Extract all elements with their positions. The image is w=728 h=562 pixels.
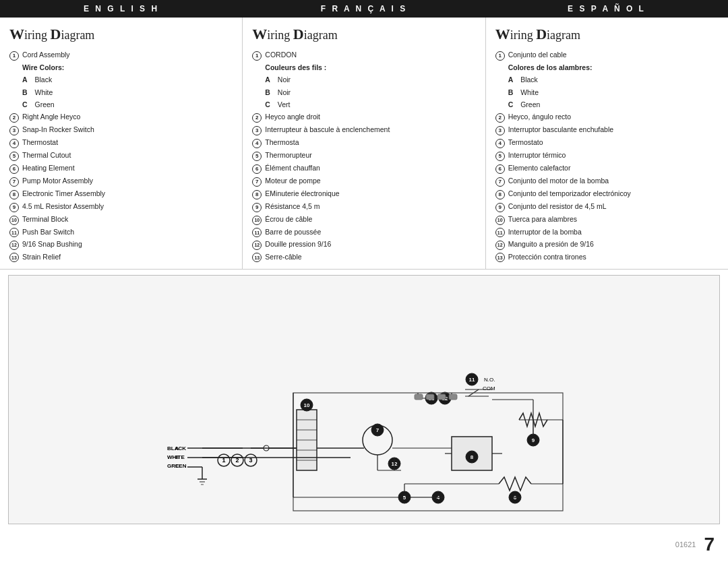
list-item-wire-colors: Wire Colors: [9,62,233,73]
item-num-9: 9 [9,203,19,212]
item-num-s6: 6 [495,164,505,174]
french-list: 1 CORDON Couleurs des fils : A Noir B No… [252,49,475,262]
item-num-f6: 6 [252,164,262,174]
item-num-6: 6 [9,164,19,174]
lang-french: F R A N Ç A I S [243,4,485,13]
page-number: 7 [704,534,715,555]
list-item: 2 Heyco, ángulo recto [495,111,719,123]
list-item-wire-A: A Black [9,74,233,85]
list-item: 4 Thermosta [252,137,475,148]
com-label: COM [483,385,495,392]
list-item: 2 Right Angle Heyco [9,111,233,123]
item-num-f2: 2 [252,113,262,123]
item-num-4: 4 [9,139,19,148]
list-item: 7 Pump Motor Assembly [9,175,233,187]
list-item: 9 Conjunto del resistor de 4,5 mL [495,201,719,212]
item-num-s9: 9 [495,203,505,212]
list-item-wire-C: C Green [9,99,233,110]
item-num-f7: 7 [252,177,262,187]
wire-A-label: BLACK [167,445,186,451]
list-item: 10 Écrou de câble [252,214,475,225]
list-item: 13 Protección contra tirones [495,251,719,263]
list-item-wire-A: A Noir [252,74,475,85]
list-item: 1 Conjunto del cable [495,49,719,61]
list-item: 6 Elemento calefactor [495,162,719,174]
list-item: 1 Cord Assembly [9,49,233,61]
list-item-wire-A: A Black [495,74,719,85]
item-num-f13: 13 [252,253,262,262]
item-num-5: 5 [9,152,19,161]
svg-rect-46 [415,394,423,400]
list-item: 10 Tuerca para alambres [495,214,719,225]
item-num-8: 8 [9,190,19,199]
item-num-s1: 1 [495,51,505,61]
num-8: 8 [471,454,474,460]
item-num-f4: 4 [252,139,262,148]
num-5: 5 [403,495,406,501]
item-num-12: 12 [9,241,19,250]
num-7: 7 [376,427,380,433]
list-item-wire-B: B White [9,87,233,98]
english-column: Wiring Diagram 1 Cord Assembly Wire Colo… [0,18,243,269]
list-item: 13 Serre-câble [252,251,475,263]
list-item: 9 4.5 mL Resistor Assembly [9,201,233,212]
french-column: Wiring Diagram 1 CORDON Couleurs des fil… [243,18,485,269]
item-num-3: 3 [9,126,19,135]
list-item-wire-C: C Green [495,99,719,110]
item-num-s7: 7 [495,177,505,187]
list-item: 9 Résistance 4,5 m [252,201,475,212]
list-item: 10 Terminal Block [9,214,233,225]
wiring-diagram-svg: A BLACK B WHITE C GREEN 1 2 3 [135,285,593,514]
item-num-13: 13 [9,253,19,262]
item-num-7: 7 [9,177,19,187]
heating-element-symbol [499,477,531,491]
item-num-s5: 5 [495,152,505,161]
spanish-column: Wiring Diagram 1 Conjunto del cable Colo… [486,18,728,269]
num-11: 11 [469,377,475,383]
lang-english: E N G L I S H [0,4,243,13]
spanish-list: 1 Conjunto del cable Colores de los alam… [495,49,719,262]
list-item: 12 Douille pression 9/16 [252,239,475,250]
item-num-s12: 12 [495,241,505,250]
list-item: 7 Moteur de pompe [252,175,475,187]
spanish-title: Wiring Diagram [495,23,719,46]
item-num-2: 2 [9,113,19,123]
list-item: 13 Strain Relief [9,251,233,263]
item-num-11: 11 [9,228,19,237]
list-item: 6 Heating Element [9,162,233,174]
text-columns: Wiring Diagram 1 Cord Assembly Wire Colo… [0,18,728,270]
item-num-f3: 3 [252,126,262,135]
item-num-f5: 5 [252,152,262,161]
num-10: 10 [304,402,310,408]
lang-spanish: E S P A Ñ O L [485,4,728,13]
list-item: 2 Heyco angle droit [252,111,475,123]
item-num-s2: 2 [495,113,505,123]
item-num-10: 10 [9,216,19,225]
list-item: 7 Conjunto del motor de la bomba [495,175,719,187]
item-num-f1: 1 [252,51,262,61]
item-num-s11: 11 [495,228,505,237]
item-num-s4: 4 [495,139,505,148]
list-item: 11 Interruptor de la bomba [495,226,719,238]
list-item: 4 Thermostat [9,137,233,148]
language-bar: E N G L I S H F R A N Ç A I S E S P A Ñ … [0,0,728,18]
item-num-f10: 10 [252,216,262,225]
list-item: 8 Electronic Timer Assembly [9,188,233,199]
doc-number: 01621 [675,540,696,549]
wiring-diagram-area: A BLACK B WHITE C GREEN 1 2 3 [8,275,720,524]
item-num-s8: 8 [495,190,505,199]
list-item: 8 Conjunto del temporizador electrónicoy [495,188,719,199]
list-item: 1 CORDON [252,49,475,61]
list-item: 4 Termostato [495,137,719,148]
item-num-f9: 9 [252,203,262,212]
list-item: 3 Interruptor basculante enchufable [495,124,719,135]
item-num-f12: 12 [252,241,262,250]
item-num-s13: 13 [495,253,505,262]
list-item-wire-colors: Colores de los alambres: [495,62,719,73]
svg-rect-49 [449,394,457,400]
item-num-f8: 8 [252,190,262,199]
list-item-wire-B: B White [495,87,719,98]
list-item: 5 Interruptor térmico [495,150,719,161]
no-label: N.O. [484,377,495,383]
svg-rect-47 [426,394,434,400]
